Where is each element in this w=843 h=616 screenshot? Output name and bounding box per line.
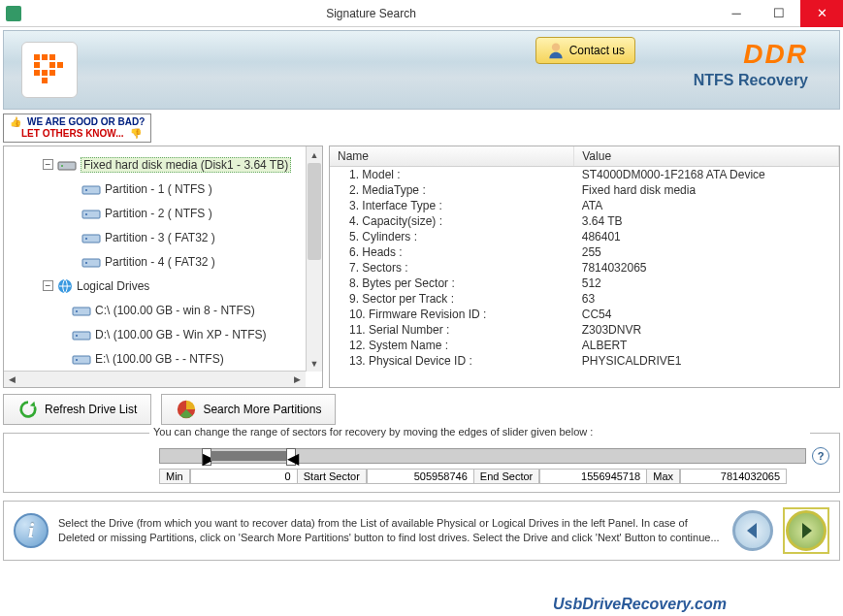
instruction-panel: i Select the Drive (from which you want … <box>3 501 840 561</box>
watermark: UsbDriveRecovery.com <box>553 596 727 613</box>
tree-partition-item[interactable]: Partition - 1 ( NTFS ) <box>4 177 322 201</box>
table-row[interactable]: 6. Heads :255 <box>330 244 839 260</box>
svg-point-18 <box>85 238 87 240</box>
svg-rect-1 <box>42 54 48 60</box>
logical-drives-node[interactable]: Logical Drives <box>77 279 149 293</box>
arrow-left-icon <box>743 521 762 540</box>
instruction-text: Select the Drive (from which you want to… <box>58 516 723 545</box>
partition-icon <box>72 328 91 341</box>
close-button[interactable]: ✕ <box>800 0 843 27</box>
svg-point-25 <box>76 335 78 337</box>
svg-rect-6 <box>42 70 48 76</box>
globe-icon <box>57 278 73 294</box>
brand-subtitle: NTFS Recovery <box>694 72 808 89</box>
collapse-icon[interactable]: − <box>43 280 53 291</box>
svg-rect-8 <box>57 62 63 68</box>
table-row[interactable]: 1. Model :ST4000DM000-1F2168 ATA Device <box>330 167 839 183</box>
drive-tree[interactable]: − Fixed hard disk media (Disk1 - 3.64 TB… <box>3 146 323 388</box>
tree-vertical-scrollbar[interactable]: ▲ ▼ <box>306 146 322 372</box>
svg-rect-15 <box>82 211 100 218</box>
svg-point-16 <box>85 213 87 215</box>
back-button[interactable] <box>732 510 773 551</box>
refresh-drive-list-button[interactable]: Refresh Drive List <box>3 394 151 425</box>
scroll-right-icon[interactable]: ▶ <box>289 372 306 387</box>
tree-logical-item[interactable]: D:\ (100.00 GB - Win XP - NTFS) <box>4 322 322 346</box>
slider-end-handle[interactable]: ◀ <box>286 448 296 466</box>
partition-icon <box>81 231 101 244</box>
table-row[interactable]: 11. Serial Number :Z303DNVR <box>330 322 839 338</box>
col-value[interactable]: Value <box>574 146 839 167</box>
svg-point-10 <box>551 44 559 51</box>
person-icon <box>546 41 566 60</box>
svg-rect-2 <box>49 54 55 60</box>
end-sector-value[interactable]: 1556945718 <box>539 469 646 484</box>
next-button[interactable] <box>786 510 827 551</box>
contact-us-button[interactable]: Contact us <box>535 37 635 64</box>
tree-logical-item[interactable]: E:\ (100.00 GB - - NTFS) <box>4 346 322 371</box>
help-icon[interactable]: ? <box>812 447 829 465</box>
svg-rect-0 <box>34 54 40 60</box>
svg-rect-3 <box>34 62 40 68</box>
info-icon: i <box>14 513 49 548</box>
maximize-button[interactable]: ☐ <box>758 0 800 27</box>
scroll-up-icon[interactable]: ▲ <box>307 146 322 163</box>
hard-disk-icon <box>57 158 77 172</box>
partition-icon <box>72 352 91 366</box>
svg-rect-22 <box>73 308 90 315</box>
table-row[interactable]: 8. Bytes per Sector :512 <box>330 276 839 291</box>
header-banner: Contact us DDR NTFS Recovery <box>3 30 840 110</box>
svg-rect-13 <box>82 186 100 194</box>
svg-rect-5 <box>34 70 40 76</box>
sector-range-group: You can change the range of sectors for … <box>3 433 840 493</box>
col-name[interactable]: Name <box>330 146 574 167</box>
table-row[interactable]: 10. Firmware Revision ID :CC54 <box>330 307 839 322</box>
review-button[interactable]: 👍 WE ARE GOOD OR BAD? LET OTHERS KNOW...… <box>3 113 151 143</box>
svg-rect-7 <box>49 70 55 76</box>
table-row[interactable]: 9. Sector per Track :63 <box>330 291 839 307</box>
scroll-down-icon[interactable]: ▼ <box>307 355 322 372</box>
properties-table: Name Value 1. Model :ST4000DM000-1F2168 … <box>330 146 839 369</box>
table-row[interactable]: 3. Interface Type :ATA <box>330 198 839 213</box>
svg-rect-24 <box>73 332 90 340</box>
window-titlebar: Signature Search ─ ☐ ✕ <box>0 0 843 27</box>
brand-name: DDR <box>694 39 808 70</box>
min-label: Min <box>159 469 190 484</box>
window-title: Signature Search <box>27 7 715 20</box>
table-row[interactable]: 7. Sectors :7814032065 <box>330 260 839 276</box>
table-row[interactable]: 13. Physical Device ID :PHYSICALDRIVE1 <box>330 353 839 369</box>
arrow-right-icon <box>796 521 816 540</box>
min-value: 0 <box>190 469 297 484</box>
svg-point-12 <box>61 165 63 167</box>
contact-label: Contact us <box>569 44 625 57</box>
tree-logical-item[interactable]: C:\ (100.00 GB - win 8 - NTFS) <box>4 298 322 322</box>
table-row[interactable]: 2. MediaType :Fixed hard disk media <box>330 182 839 198</box>
svg-point-27 <box>76 359 78 361</box>
tree-horizontal-scrollbar[interactable]: ◀ ▶ <box>4 371 306 387</box>
range-hint: You can change the range of sectors for … <box>149 426 810 438</box>
scroll-left-icon[interactable]: ◀ <box>4 372 20 387</box>
partition-icon <box>81 255 101 269</box>
max-value: 7814032065 <box>680 469 787 484</box>
tree-partition-item[interactable]: Partition - 2 ( NTFS ) <box>4 201 322 225</box>
scroll-thumb[interactable] <box>308 163 321 260</box>
partition-icon <box>72 304 91 317</box>
search-more-partitions-button[interactable]: Search More Partitions <box>161 394 336 425</box>
properties-panel: Name Value 1. Model :ST4000DM000-1F2168 … <box>329 146 840 388</box>
tree-root[interactable]: Fixed hard disk media (Disk1 - 3.64 TB) <box>81 157 291 173</box>
table-row[interactable]: 5. Cylinders :486401 <box>330 229 839 244</box>
svg-point-23 <box>76 310 78 312</box>
tree-partition-item[interactable]: Partition - 4 ( FAT32 ) <box>4 249 322 274</box>
start-sector-value[interactable]: 505958746 <box>367 469 473 484</box>
partition-icon <box>81 182 101 196</box>
tree-partition-item[interactable]: Partition - 3 ( FAT32 ) <box>4 225 322 249</box>
table-row[interactable]: 12. System Name :ALBERT <box>330 338 839 353</box>
table-row[interactable]: 4. Capacity(size) :3.64 TB <box>330 213 839 229</box>
collapse-icon[interactable]: − <box>43 159 53 170</box>
svg-rect-26 <box>73 356 90 364</box>
refresh-icon <box>17 399 39 420</box>
logo-icon <box>21 42 78 98</box>
sector-slider[interactable]: ▶ ◀ <box>159 448 806 464</box>
end-sector-label: End Sector <box>473 469 539 484</box>
svg-rect-9 <box>42 78 48 83</box>
minimize-button[interactable]: ─ <box>715 0 758 27</box>
